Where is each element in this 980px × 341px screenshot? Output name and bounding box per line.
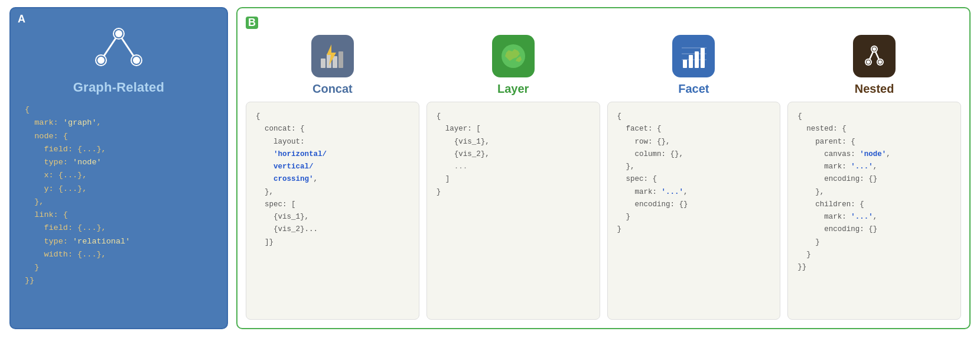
nested-title: Nested bbox=[855, 82, 894, 96]
panel-a-code: { mark: 'graph', node: { field: {...}, t… bbox=[20, 103, 217, 288]
svg-rect-11 bbox=[321, 59, 325, 68]
concat-column: Concat { concat: { layout: 'horizontal/ … bbox=[246, 35, 419, 320]
svg-rect-17 bbox=[683, 60, 687, 68]
nested-code: { nested: { parent: { canvas: 'node', ma… bbox=[787, 102, 961, 320]
svg-rect-20 bbox=[701, 48, 705, 68]
layer-icon-box bbox=[492, 35, 535, 77]
graph-icon bbox=[89, 25, 148, 75]
svg-point-34 bbox=[872, 47, 876, 51]
b-columns: Concat { concat: { layout: 'horizontal/ … bbox=[246, 35, 961, 320]
nested-icon-box bbox=[853, 35, 896, 77]
svg-rect-18 bbox=[689, 55, 693, 68]
facet-title: Facet bbox=[678, 82, 709, 96]
panel-a: A Graph-Related { mark: 'graph', node: {… bbox=[9, 7, 228, 329]
facet-code: { facet: { row: {}, column: {}, }, spec:… bbox=[607, 102, 781, 320]
concat-title: Concat bbox=[312, 82, 353, 96]
facet-icon-box bbox=[672, 35, 715, 77]
layer-code: { layer: [ {vis_1}, {vis_2}, ... ] } bbox=[426, 102, 600, 320]
panel-b: B Concat { concat: { layout: bbox=[236, 7, 971, 329]
panel-a-label: A bbox=[18, 13, 25, 25]
svg-rect-13 bbox=[333, 56, 337, 68]
svg-line-3 bbox=[101, 34, 119, 60]
svg-point-8 bbox=[97, 57, 105, 64]
svg-point-10 bbox=[115, 30, 122, 37]
panel-a-title: Graph-Related bbox=[73, 80, 164, 95]
svg-point-33 bbox=[878, 60, 882, 64]
facet-column: Facet { facet: { row: {}, column: {}, },… bbox=[607, 35, 781, 320]
panel-b-label: B bbox=[246, 17, 258, 29]
layer-title: Layer bbox=[497, 82, 529, 96]
svg-rect-14 bbox=[338, 51, 343, 68]
nested-column: Nested { nested: { parent: { canvas: 'no… bbox=[787, 35, 961, 320]
layer-column: Layer { layer: [ {vis_1}, {vis_2}, ... ]… bbox=[426, 35, 600, 320]
concat-icon-box bbox=[311, 35, 354, 77]
svg-line-4 bbox=[119, 34, 136, 60]
svg-point-9 bbox=[133, 57, 140, 64]
concat-code: { concat: { layout: 'horizontal/ vertica… bbox=[246, 102, 419, 320]
svg-point-32 bbox=[867, 60, 870, 64]
